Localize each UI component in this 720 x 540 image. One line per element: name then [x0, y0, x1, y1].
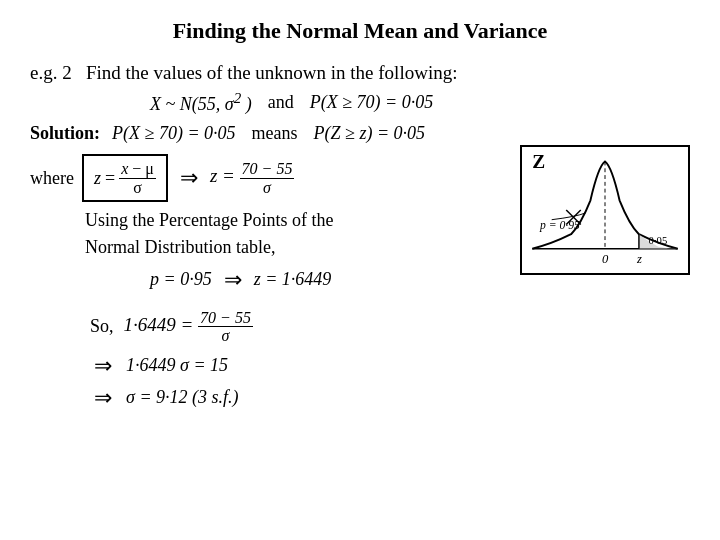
eg-text: Find the values of the unknown in the fo… [86, 62, 458, 83]
z-result: z = 1·6449 [254, 269, 332, 290]
where-fraction: x − μ σ [119, 160, 156, 196]
where-label: where [30, 168, 74, 189]
svg-text:Z: Z [532, 151, 545, 172]
implies-arrow4: ⇒ [94, 385, 112, 411]
p-formula: p = 0·95 [150, 269, 212, 290]
svg-text:0·05: 0·05 [649, 235, 668, 246]
formula-line1: X ~ N(55, σ2 ) and P(X ≥ 70) = 0·05 [150, 90, 690, 115]
where-result: z = 70 − 55 σ [210, 160, 295, 196]
eg-label: e.g. 2 [30, 62, 72, 83]
x-dist-formula: X ~ N(55, σ2 ) [150, 90, 252, 115]
implies-eq2: σ = 9·12 (3 s.f.) [126, 387, 239, 408]
solution-line: Solution: P(X ≥ 70) = 0·05 means P(Z ≥ z… [30, 123, 690, 144]
solution-formula1: P(X ≥ 70) = 0·05 [112, 123, 236, 144]
implies-arrow2: ⇒ [224, 267, 242, 293]
solution-formula2: P(Z ≥ z) = 0·05 [314, 123, 426, 144]
implies-eq1: 1·6449 σ = 15 [126, 355, 228, 376]
where-formula-box: z = x − μ σ [82, 154, 168, 202]
eg-line: e.g. 2 Find the values of the unknown in… [30, 62, 690, 84]
so-equation: 1·6449 = 70 − 55 σ [124, 309, 253, 345]
svg-text:p = 0·95: p = 0·95 [539, 219, 580, 232]
so-label: So, [90, 316, 114, 337]
svg-text:z: z [636, 252, 642, 266]
implies-arrow3: ⇒ [94, 353, 112, 379]
implies-line1: ⇒ 1·6449 σ = 15 [90, 353, 690, 379]
svg-text:0: 0 [602, 252, 609, 266]
page-title: Finding the Normal Mean and Variance [30, 18, 690, 44]
and-label: and [268, 92, 294, 113]
so-line: So, 1·6449 = 70 − 55 σ [90, 309, 690, 345]
implies-arrow1: ⇒ [180, 165, 198, 191]
solution-label: Solution: [30, 123, 100, 144]
means-label: means [252, 123, 298, 144]
normal-distribution-diagram: Z p = 0·95 0·05 0 z [520, 145, 690, 275]
prob-formula1: P(X ≥ 70) = 0·05 [310, 92, 434, 113]
implies-line2: ⇒ σ = 9·12 (3 s.f.) [90, 385, 690, 411]
